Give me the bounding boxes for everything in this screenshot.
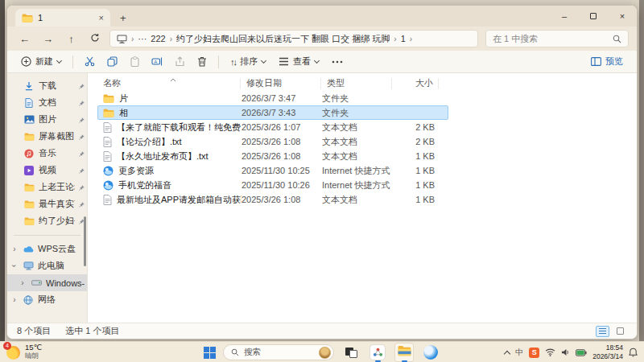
- breadcrumb[interactable]: › ··· 222 › 约了少妇去爬山回来以后迷玩一下 翻眼 口交 捆绑 玩脚 …: [109, 30, 478, 47]
- column-header-date[interactable]: 修改日期: [241, 78, 321, 89]
- breadcrumb-item[interactable]: 约了少妇去爬山回来以后迷玩一下 翻眼 口交 捆绑 玩脚: [176, 33, 390, 45]
- weather-condition: 晴朗: [25, 352, 42, 360]
- sidebar-item-pinned-folder[interactable]: 最牛真实下药: [7, 195, 87, 212]
- tray-overflow-chevron-icon[interactable]: [504, 350, 510, 356]
- sidebar-item-pictures[interactable]: 图片: [7, 111, 87, 128]
- sort-button-label: 排序: [240, 56, 258, 68]
- wifi-icon[interactable]: [545, 348, 555, 356]
- rename-button[interactable]: A: [147, 53, 167, 71]
- new-tab-button[interactable]: +: [120, 13, 126, 23]
- expand-chevron-icon[interactable]: ›: [10, 245, 19, 253]
- view-icon: [279, 57, 289, 66]
- folder-icon: [23, 133, 35, 141]
- table-row[interactable]: 片 2026/3/7 3:47 文件夹: [97, 91, 448, 105]
- sidebar-item-pinned-folder[interactable]: 上老王论坛当: [7, 179, 87, 195]
- sort-icon: ↑↓: [230, 57, 236, 67]
- file-name: 【永久地址发布页】.txt: [117, 150, 208, 162]
- file-name: 【来了就能下载和观看！纯免费！】.txt: [117, 121, 242, 134]
- folder-icon: [23, 183, 35, 191]
- sidebar-item-pinned-folder[interactable]: 约了少妇去爬: [7, 212, 87, 229]
- collapse-chevron-icon[interactable]: ›: [10, 261, 19, 270]
- table-row[interactable]: 最新地址及APP请发邮箱自动获取！！！.txt 2025/3/26 1:08 文…: [97, 192, 448, 207]
- sidebar-item-windows-ssd[interactable]: › Windows-SSD: [7, 274, 87, 291]
- expand-chevron-icon[interactable]: ›: [19, 278, 27, 287]
- pin-icon: [79, 166, 85, 175]
- more-options-button[interactable]: [326, 53, 349, 71]
- table-row-selected[interactable]: 相 2026/3/7 3:43 文件夹: [97, 105, 448, 120]
- sidebar-item-wps-cloud[interactable]: › WPS云盘: [7, 241, 87, 257]
- volume-icon[interactable]: [561, 348, 570, 356]
- sidebar-item-network[interactable]: › 网络: [7, 291, 87, 308]
- sort-button[interactable]: ↑↓ 排序: [225, 53, 271, 71]
- sidebar-item-this-pc[interactable]: › 此电脑: [7, 257, 87, 274]
- battery-icon[interactable]: [576, 349, 587, 356]
- sidebar-item-label: 此电脑: [38, 260, 85, 272]
- column-header-type[interactable]: 类型: [321, 78, 392, 89]
- delete-button[interactable]: [192, 53, 213, 71]
- taskbar-file-explorer[interactable]: [394, 343, 414, 362]
- forward-button[interactable]: →: [37, 33, 59, 45]
- table-row[interactable]: 【永久地址发布页】.txt 2025/3/26 1:08 文本文档 1 KB: [97, 149, 448, 163]
- preview-button-label: 预览: [605, 56, 623, 68]
- sidebar-item-label: 文档: [39, 97, 75, 109]
- ime-indicator[interactable]: 中: [515, 347, 523, 358]
- column-header-size[interactable]: 大小: [392, 78, 439, 89]
- table-row[interactable]: 【来了就能下载和观看！纯免费！】.txt 2025/3/26 1:07 文本文档…: [97, 120, 448, 134]
- file-date: 2026/3/7 3:43: [242, 108, 322, 117]
- back-button[interactable]: ←: [14, 33, 35, 45]
- copy-button[interactable]: [101, 53, 122, 71]
- taskbar-browser[interactable]: [421, 343, 440, 362]
- tab-close-icon[interactable]: ×: [99, 14, 104, 23]
- tab-title: 1: [38, 13, 43, 23]
- notification-bell-icon[interactable]: [629, 348, 638, 357]
- details-view-toggle[interactable]: [596, 326, 609, 337]
- expand-chevron-icon[interactable]: ›: [10, 295, 19, 304]
- task-view-button[interactable]: [341, 343, 361, 362]
- chevron-down-icon: [261, 57, 266, 63]
- column-header-name[interactable]: 名称: [97, 78, 241, 89]
- taskbar-search-box[interactable]: 搜索: [223, 344, 334, 360]
- refresh-button[interactable]: [84, 33, 105, 45]
- sogou-input-icon[interactable]: S: [529, 348, 539, 358]
- up-button[interactable]: ↑: [60, 33, 82, 45]
- breadcrumb-item-current[interactable]: 1: [401, 34, 406, 43]
- sort-ascending-icon: [170, 74, 176, 84]
- sidebar-item-videos[interactable]: 视频: [7, 162, 87, 179]
- sidebar-item-screenshots[interactable]: 屏幕截图: [7, 128, 87, 145]
- crumb-separator: ›: [131, 35, 134, 43]
- sidebar-item-music[interactable]: 音乐: [7, 145, 87, 162]
- weather-widget[interactable]: 4 15℃ 晴朗: [6, 343, 42, 360]
- breadcrumb-overflow[interactable]: ···: [138, 34, 147, 43]
- this-pc-icon: [117, 35, 127, 43]
- taskbar-clock[interactable]: 18:54 2026/3/14: [592, 343, 623, 360]
- table-row[interactable]: 更多资源 2025/11/30 10:25 Internet 快捷方式 1 KB: [97, 163, 448, 178]
- table-row[interactable]: 【论坛介绍】.txt 2025/3/26 1:08 文本文档 2 KB: [97, 134, 448, 149]
- new-button[interactable]: 新建: [15, 53, 67, 71]
- breadcrumb-item[interactable]: 222: [151, 34, 165, 43]
- minimize-button[interactable]: –: [550, 6, 579, 26]
- start-button[interactable]: [204, 347, 216, 359]
- cut-button[interactable]: [79, 53, 100, 71]
- search-highlight-image[interactable]: [319, 347, 331, 359]
- explorer-tab[interactable]: 1 ×: [15, 9, 110, 27]
- maximize-button[interactable]: [579, 6, 608, 26]
- item-count: 8 个项目: [17, 325, 51, 337]
- table-row[interactable]: 手机党的福音 2025/11/30 10:26 Internet 快捷方式 1 …: [97, 178, 448, 192]
- paste-button[interactable]: [124, 53, 145, 71]
- preview-button[interactable]: 预览: [585, 53, 629, 71]
- file-type: 文本文档: [322, 121, 393, 134]
- sidebar-item-downloads[interactable]: 下载: [7, 77, 87, 94]
- file-date: 2025/3/26 1:07: [242, 122, 322, 132]
- column-headers: 名称 修改日期 类型 大小: [97, 76, 637, 91]
- share-button[interactable]: [169, 53, 190, 71]
- taskbar-app-colorful[interactable]: [368, 343, 387, 362]
- search-placeholder: 在 1 中搜索: [493, 33, 538, 45]
- large-icons-view-toggle[interactable]: [613, 326, 627, 337]
- search-input[interactable]: 在 1 中搜索: [485, 30, 629, 47]
- file-name: 【论坛介绍】.txt: [117, 136, 182, 148]
- sidebar-item-documents[interactable]: 文档: [7, 94, 87, 111]
- view-button[interactable]: 查看: [273, 53, 324, 71]
- close-button[interactable]: ×: [608, 6, 637, 26]
- file-name: 相: [119, 107, 128, 119]
- sidebar-scrollbar[interactable]: [84, 216, 86, 266]
